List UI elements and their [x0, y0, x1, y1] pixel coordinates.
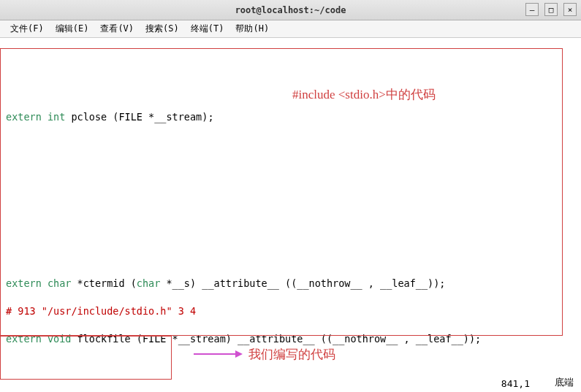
menu-search[interactable]: 搜索(S): [141, 21, 183, 36]
menubar: 文件(F) 编辑(E) 查看(V) 搜索(S) 终端(T) 帮助(H): [0, 20, 581, 38]
titlebar: root@localhost:~/code — □ ×: [0, 0, 581, 20]
window-title: root@localhost:~/code: [235, 5, 346, 15]
maximize-button[interactable]: □: [544, 3, 558, 16]
arrow-icon: [194, 353, 238, 355]
code-line: # 913 "/usr/include/stdio.h" 3 4: [6, 304, 575, 318]
code-line: extern int pclose (FILE *__stream);: [6, 110, 575, 124]
code-line: [6, 221, 575, 235]
close-button[interactable]: ×: [563, 3, 577, 16]
menu-view[interactable]: 查看(V): [96, 21, 138, 36]
code-line: [6, 360, 575, 374]
menu-edit[interactable]: 编辑(E): [51, 21, 94, 36]
code-line: [6, 138, 575, 152]
menu-file[interactable]: 文件(F): [6, 21, 48, 36]
code-line: [6, 55, 575, 69]
code-line: [6, 388, 575, 392]
window-buttons: — □ ×: [525, 3, 577, 16]
code-line: extern void flockfile (FILE *__stream) _…: [6, 332, 575, 346]
status-position: 841,1: [501, 378, 530, 389]
arrowhead-icon: [235, 350, 243, 358]
status-mode: 底端: [555, 376, 574, 389]
code-line: [6, 193, 575, 207]
menu-help[interactable]: 帮助(H): [231, 21, 273, 36]
code-line: [6, 82, 575, 96]
annotation-include-label: #include <stdio.h>中的代码: [292, 88, 436, 101]
code-line: [6, 249, 575, 263]
annotation-our-label: 我们编写的代码: [248, 347, 335, 361]
minimize-button[interactable]: —: [525, 3, 539, 16]
code-line: extern char *ctermid (char *__s) __attri…: [6, 277, 575, 291]
menu-terminal[interactable]: 终端(T): [186, 21, 229, 36]
code-line: [6, 166, 575, 180]
editor-area[interactable]: extern int pclose (FILE *__stream); exte…: [0, 38, 581, 392]
